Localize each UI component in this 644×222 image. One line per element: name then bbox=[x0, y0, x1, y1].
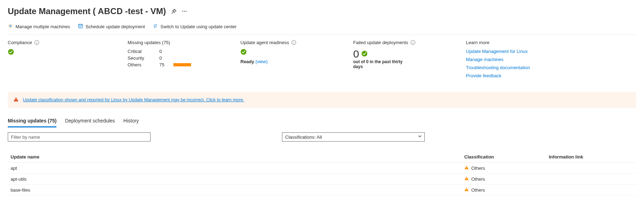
learn-link-troubleshoot[interactable]: Troubleshooting documentation bbox=[466, 65, 622, 70]
filter-by-name-input[interactable] bbox=[8, 132, 151, 142]
learn-link-feedback[interactable]: Provide feedback bbox=[466, 73, 622, 78]
cell-classification: Others bbox=[471, 176, 485, 182]
svg-rect-28 bbox=[466, 178, 467, 179]
table-row[interactable]: base-files Others bbox=[8, 185, 636, 196]
row-value: 0 bbox=[159, 49, 173, 54]
page-title: Update Management ( ABCD -test - VM) bbox=[8, 6, 166, 16]
others-bar bbox=[173, 63, 191, 66]
info-icon[interactable]: i bbox=[292, 40, 296, 45]
calendar-icon bbox=[78, 23, 83, 30]
learn-link-linux[interactable]: Update Management for Linux bbox=[466, 49, 622, 54]
info-icon[interactable]: i bbox=[411, 40, 415, 45]
tab-missing-updates[interactable]: Missing updates (75) bbox=[8, 116, 56, 127]
missing-updates-label: Missing updates (75) bbox=[128, 40, 170, 45]
dropdown-value: Classifications: All bbox=[285, 134, 322, 140]
agent-status: Ready bbox=[240, 59, 254, 64]
row-value: 75 bbox=[159, 62, 173, 67]
more-icon[interactable] bbox=[182, 8, 187, 14]
result-tabs: Missing updates (75) Deployment schedule… bbox=[8, 116, 636, 127]
svg-point-2 bbox=[185, 11, 186, 12]
swap-arrows-icon bbox=[153, 23, 158, 30]
toolbar-label: Manage multiple machines bbox=[16, 24, 70, 29]
col-classification[interactable]: Classification bbox=[464, 154, 549, 160]
warning-icon bbox=[13, 97, 19, 103]
schedule-update-deployment-button[interactable]: Schedule update deployment bbox=[78, 23, 145, 30]
svg-line-9 bbox=[12, 27, 12, 28]
agent-view-link[interactable]: (view) bbox=[256, 59, 268, 64]
svg-rect-27 bbox=[466, 168, 467, 169]
svg-rect-29 bbox=[466, 179, 467, 180]
warning-icon bbox=[464, 187, 469, 193]
check-icon bbox=[240, 51, 247, 56]
info-icon[interactable]: i bbox=[35, 40, 39, 45]
agent-readiness-tile: Update agent readiness i Ready (view) bbox=[240, 40, 353, 64]
svg-rect-25 bbox=[16, 100, 17, 101]
learn-more-tile: Learn more Update Management for Linux M… bbox=[466, 40, 636, 78]
table-row[interactable]: apt-utils Others bbox=[8, 174, 636, 185]
toolbar-label: Schedule update deployment bbox=[86, 24, 145, 29]
failed-count: 0 bbox=[353, 49, 359, 59]
switch-update-center-button[interactable]: Switch to Update using update center bbox=[153, 23, 237, 30]
pin-icon[interactable] bbox=[171, 8, 177, 14]
updates-table: Update name Classification Information l… bbox=[8, 151, 636, 196]
svg-point-3 bbox=[10, 25, 11, 26]
title-resource-name: ABCD bbox=[98, 6, 123, 16]
row-value: 0 bbox=[159, 55, 173, 61]
cell-classification: Others bbox=[471, 187, 485, 193]
cell-classification: Others bbox=[471, 166, 485, 171]
manage-multiple-machines-button[interactable]: Manage multiple machines bbox=[8, 23, 70, 30]
failed-deployments-label: Failed update deployments bbox=[353, 40, 408, 45]
title-suffix: -test - VM) bbox=[125, 6, 166, 16]
compliance-tile: Compliance i bbox=[8, 40, 128, 56]
missing-updates-tile: Missing updates (75) Critical 0 Security… bbox=[128, 40, 240, 67]
classification-warning-banner: Update classification shown and reported… bbox=[8, 92, 636, 108]
svg-line-11 bbox=[9, 27, 9, 28]
toolbar-label: Switch to Update using update center bbox=[160, 24, 237, 29]
row-name: Others bbox=[128, 62, 159, 67]
col-update-name[interactable]: Update name bbox=[11, 154, 464, 160]
compliance-label: Compliance bbox=[8, 40, 32, 45]
col-information-link[interactable]: Information link bbox=[549, 154, 633, 160]
cell-update-name: base-files bbox=[11, 187, 464, 193]
cell-update-name: apt-utils bbox=[11, 176, 464, 182]
failed-subtext: out of 0 in the past thirty days bbox=[353, 59, 410, 69]
warning-icon bbox=[464, 165, 469, 171]
table-row[interactable]: apt Others bbox=[8, 163, 636, 174]
svg-line-8 bbox=[9, 24, 9, 25]
tab-history[interactable]: History bbox=[123, 116, 139, 127]
cell-update-name: apt bbox=[11, 166, 464, 171]
failed-deployments-tile: Failed update deployments i 0 out of 0 i… bbox=[353, 40, 466, 69]
banner-link[interactable]: Update classification shown and reported… bbox=[23, 97, 244, 102]
svg-rect-30 bbox=[466, 188, 467, 190]
check-icon bbox=[8, 51, 14, 56]
agent-readiness-label: Update agent readiness bbox=[240, 40, 289, 45]
svg-rect-31 bbox=[466, 190, 467, 191]
learn-more-label: Learn more bbox=[466, 40, 489, 45]
check-icon bbox=[361, 50, 368, 58]
gear-icon bbox=[8, 23, 13, 30]
title-prefix: Update Management ( bbox=[8, 6, 96, 16]
row-name: Critical bbox=[128, 49, 159, 54]
svg-rect-24 bbox=[16, 98, 17, 100]
row-name: Security bbox=[128, 55, 159, 61]
svg-point-1 bbox=[184, 11, 185, 12]
svg-line-10 bbox=[12, 24, 12, 25]
svg-point-0 bbox=[182, 11, 183, 12]
classifications-dropdown[interactable]: Classifications: All bbox=[282, 132, 425, 142]
tab-deployment-schedules[interactable]: Deployment schedules bbox=[65, 116, 115, 127]
command-bar: Manage multiple machines Schedule update… bbox=[8, 16, 636, 33]
warning-icon bbox=[464, 176, 469, 182]
chevron-down-icon bbox=[418, 134, 422, 139]
learn-link-manage[interactable]: Manage machines bbox=[466, 57, 622, 62]
svg-rect-26 bbox=[466, 167, 467, 168]
